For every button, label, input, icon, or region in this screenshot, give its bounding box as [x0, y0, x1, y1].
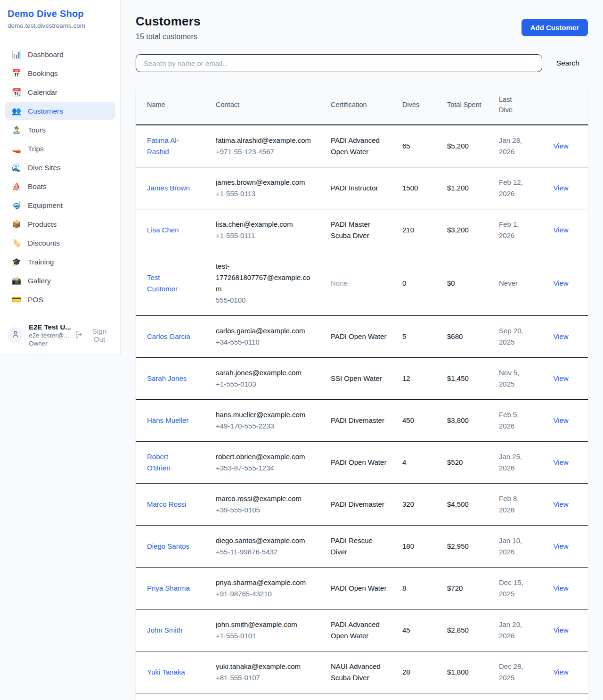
view-customer-link[interactable]: View [553, 458, 568, 466]
sidebar-item-dashboard[interactable]: 📊 Dashboard [5, 45, 115, 64]
sidebar-item-pos[interactable]: 💳 POS [5, 290, 115, 309]
customer-certification: PADI Divemaster [323, 399, 395, 441]
customer-name-link[interactable]: Diego Santos [147, 542, 189, 550]
sidebar-item-label: Training [28, 258, 54, 266]
view-customer-link[interactable]: View [553, 184, 568, 192]
customer-name-link[interactable]: Lisa Chen [147, 226, 179, 234]
customer-name-link[interactable]: Hans Mueller [147, 416, 188, 424]
customer-certification: PADI Rescue Diver [323, 525, 395, 567]
column-header-name: Name [136, 85, 208, 125]
sidebar-item-label: Equipment [28, 201, 63, 210]
sidebar-item-label: Tours [28, 126, 46, 134]
sidebar-header: Demo Dive Shop demo.test.divestreams.com [0, 0, 120, 39]
table-row: Robert O'Brien robert.obrien@example.com… [136, 441, 588, 483]
table-row: Hans Mueller hans.mueller@example.com +4… [136, 399, 588, 441]
view-customer-link[interactable]: View [553, 374, 568, 382]
customer-certification: SSI Open Water [323, 357, 395, 399]
table-row: Test Customer test-1772681807767@example… [136, 251, 588, 315]
customer-last-dive: Jan 10, 2026 [491, 525, 534, 567]
sign-out-label: Sign Out [86, 327, 113, 343]
training-icon: 🎓 [11, 257, 22, 266]
discounts-icon: 🏷️ [11, 239, 22, 247]
customer-email: lisa.chen@example.com [216, 219, 316, 230]
sidebar-item-training[interactable]: 🎓 Training [5, 253, 115, 271]
view-customer-link[interactable]: View [553, 142, 568, 150]
sidebar-item-label: Gallery [28, 277, 51, 285]
sidebar-item-tours[interactable]: 🏝️ Tours [5, 121, 115, 139]
customer-phone: +81-555-0107 [216, 672, 316, 684]
customer-phone: +55-11-99876-5432 [216, 546, 316, 558]
page-header-text: Customers 15 total customers [136, 14, 201, 41]
view-customer-link[interactable]: View [553, 626, 568, 634]
view-customer-link[interactable]: View [553, 416, 568, 424]
add-customer-button[interactable]: Add Customer [522, 19, 588, 36]
customer-name-link[interactable]: Fatima Al-Rashid [147, 136, 179, 156]
sidebar-item-discounts[interactable]: 🏷️ Discounts [5, 234, 115, 252]
sign-out-button[interactable]: Sign Out [75, 327, 113, 343]
table-row: Yuki Tanaka yuki.tanaka@example.com +81-… [136, 651, 588, 693]
column-header-contact: Contact [208, 85, 323, 125]
dashboard-icon: 📊 [11, 50, 22, 59]
customer-phone: +91-98765-43210 [216, 588, 316, 600]
customer-last-dive: Feb 12, 2026 [491, 167, 534, 209]
sidebar-item-products[interactable]: 📦 Products [5, 215, 115, 233]
customer-email: diego.santos@example.com [216, 535, 316, 546]
view-customer-link[interactable]: View [553, 279, 568, 287]
view-customer-link[interactable]: View [553, 226, 568, 234]
customer-dives: 8 [395, 567, 440, 609]
customer-name-link[interactable]: Sarah Jones [147, 374, 187, 382]
customer-last-dive: Jan 28, 2026 [491, 125, 534, 167]
customer-phone: +1-555-0111 [216, 230, 316, 241]
sidebar-item-label: Customers [28, 107, 63, 115]
user-email: e2e-tester@... [29, 332, 70, 339]
sidebar-item-equipment[interactable]: 🤿 Equipment [5, 196, 115, 214]
pos-icon: 💳 [11, 295, 22, 304]
customer-name-link[interactable]: Robert O'Brien [147, 453, 171, 472]
sidebar-item-customers[interactable]: 👥 Customers [5, 102, 115, 120]
customer-name-link[interactable]: Priya Sharma [147, 584, 190, 592]
customer-certification: BSAC Sports Diver [323, 693, 395, 700]
tours-icon: 🏝️ [11, 125, 22, 134]
view-customer-link[interactable]: View [553, 668, 568, 676]
customer-total-spent: $1,450 [440, 357, 491, 399]
customers-table: NameContactCertificationDivesTotal Spent… [136, 85, 588, 700]
page-header: Customers 15 total customers Add Custome… [136, 14, 588, 41]
customer-dives: 5 [395, 315, 440, 357]
search-button[interactable]: Search [556, 55, 579, 71]
customer-last-dive: Dec 15, 2025 [491, 567, 534, 609]
sidebar-item-gallery[interactable]: 📸 Gallery [5, 272, 115, 290]
customers-icon: 👥 [11, 107, 22, 115]
customer-last-dive: Jan 25, 2026 [491, 441, 534, 483]
customer-name-link[interactable]: Marco Rossi [147, 500, 186, 508]
customer-phone: +971-55-123-4567 [216, 146, 316, 157]
view-customer-link[interactable]: View [553, 500, 568, 508]
customer-name-link[interactable]: James Brown [147, 184, 190, 192]
sidebar-item-bookings[interactable]: 📅 Bookings [5, 64, 115, 82]
calendar-icon: 📆 [11, 88, 22, 97]
view-customer-link[interactable]: View [553, 332, 568, 340]
sidebar-item-trips[interactable]: 🚤 Trips [5, 140, 115, 158]
sidebar-item-calendar[interactable]: 📆 Calendar [5, 83, 115, 101]
customer-email: marco.rossi@example.com [216, 493, 316, 504]
sidebar-item-boats[interactable]: ⛵ Boats [5, 177, 115, 196]
sidebar-item-dive-sites[interactable]: 🌊 Dive Sites [5, 158, 115, 177]
customer-name-link[interactable]: Yuki Tanaka [147, 668, 185, 676]
sidebar-item-label: Bookings [28, 69, 58, 78]
customer-name-link[interactable]: Carlos Garcia [147, 332, 190, 340]
customer-phone: +1-555-0113 [216, 188, 316, 199]
customer-dives: 85 [395, 693, 440, 700]
customer-name-link[interactable]: Test Customer [147, 273, 178, 293]
view-customer-link[interactable]: View [553, 542, 568, 550]
customer-email: priya.sharma@example.com [216, 577, 316, 588]
view-customer-link[interactable]: View [553, 584, 568, 592]
customer-total-spent: $2,850 [440, 609, 491, 651]
table-row: Priya Sharma priya.sharma@example.com +9… [136, 567, 588, 609]
trips-icon: 🚤 [11, 144, 22, 153]
customer-phone: 555-0100 [216, 295, 316, 306]
search-input[interactable] [136, 54, 542, 72]
customer-certification: PADI Instructor [323, 167, 395, 209]
customer-last-dive: Jan 15, 2026 [491, 693, 534, 700]
table-row: Marco Rossi marco.rossi@example.com +39-… [136, 483, 588, 525]
dive-sites-icon: 🌊 [11, 163, 22, 172]
customer-name-link[interactable]: John Smith [147, 626, 182, 634]
